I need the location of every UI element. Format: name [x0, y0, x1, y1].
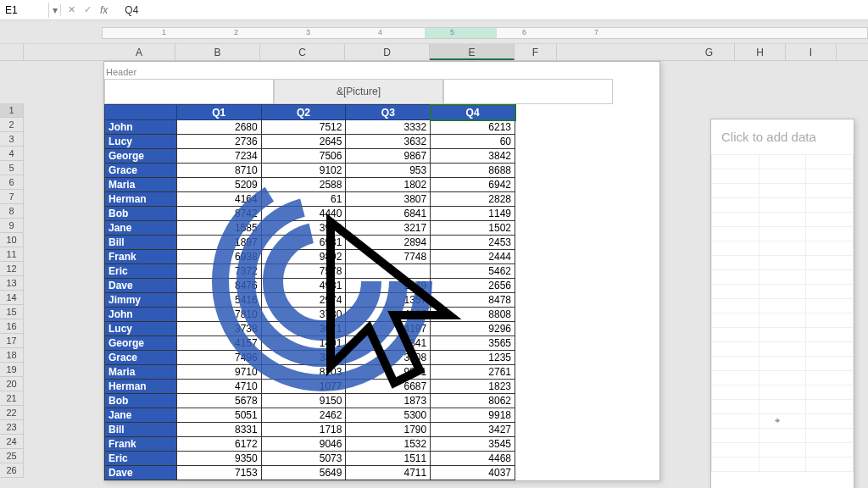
data-cell[interactable]: 3565	[431, 336, 515, 351]
row-name-cell[interactable]: Eric	[105, 452, 177, 466]
table-row[interactable]: Maria9710820399012761	[105, 365, 515, 380]
data-cell[interactable]: 3780	[261, 308, 346, 322]
data-cell[interactable]: 4710	[176, 380, 261, 394]
data-cell[interactable]: 9918	[431, 408, 515, 423]
data-cell[interactable]: 5300	[346, 408, 431, 423]
table-row[interactable]: Bill8331171817903427	[105, 423, 515, 437]
row-header[interactable]: 25	[0, 449, 24, 463]
col-header-a[interactable]: A	[103, 44, 175, 60]
table-row[interactable]: Bill1897693128942453	[105, 236, 515, 250]
data-cell[interactable]: 9901	[346, 365, 431, 380]
data-cell[interactable]: 4711	[346, 466, 431, 480]
data-cell[interactable]: 4981	[261, 279, 346, 293]
data-cell[interactable]: 9350	[176, 452, 261, 466]
row-name-cell[interactable]: Dave	[105, 279, 177, 293]
data-cell[interactable]	[346, 264, 431, 279]
data-cell[interactable]: 1585	[176, 221, 261, 236]
header-right[interactable]	[443, 79, 613, 104]
data-cell[interactable]: 4197	[346, 322, 431, 336]
col-header-e[interactable]: E	[430, 44, 515, 60]
data-cell[interactable]: 1235	[431, 351, 515, 365]
data-cell[interactable]: 7748	[346, 250, 431, 264]
data-cell[interactable]: 3545	[431, 437, 515, 452]
col-header-h[interactable]: H	[735, 44, 786, 60]
data-cell[interactable]: 2453	[431, 236, 515, 250]
row-header[interactable]: 15	[0, 305, 24, 319]
header-left[interactable]	[104, 79, 274, 104]
data-cell[interactable]: 8710	[176, 164, 261, 178]
data-cell[interactable]: 6841	[346, 207, 431, 221]
table-row[interactable]: Grace871091029538688	[105, 164, 515, 178]
table-row[interactable]: Herman4710107766871823	[105, 380, 515, 394]
row-header[interactable]: 26	[0, 463, 24, 478]
data-cell[interactable]: 2974	[261, 293, 346, 308]
data-cell[interactable]: 8476	[176, 279, 261, 293]
table-row[interactable]: Dave8476498128492656	[105, 279, 515, 293]
data-cell[interactable]: 8331	[176, 423, 261, 437]
data-cell[interactable]: 3217	[346, 221, 431, 236]
row-header[interactable]: 13	[0, 276, 24, 291]
row-header[interactable]: 14	[0, 291, 24, 305]
row-name-cell[interactable]: Jane	[105, 408, 177, 423]
enter-icon[interactable]: ✓	[84, 4, 92, 15]
table-row[interactable]: Bob8742444068411149	[105, 207, 515, 221]
data-cell[interactable]: 3332	[346, 120, 431, 135]
data-cell[interactable]: 2444	[431, 250, 515, 264]
data-cell[interactable]: 4195	[346, 308, 431, 322]
row-name-cell[interactable]: Herman	[105, 192, 177, 207]
data-cell[interactable]: 2736	[176, 135, 261, 149]
data-cell[interactable]: 61	[261, 192, 346, 207]
row-header[interactable]: 1	[0, 103, 24, 118]
data-cell[interactable]: 4164	[176, 192, 261, 207]
data-cell[interactable]: 8062	[431, 394, 515, 408]
table-row[interactable]: Bob5678915018738062	[105, 394, 515, 408]
data-cell[interactable]: 3856	[261, 351, 346, 365]
row-name-cell[interactable]: George	[105, 149, 177, 164]
data-cell[interactable]: 6938	[176, 250, 261, 264]
data-cell[interactable]: 3071	[261, 322, 346, 336]
data-cell[interactable]: 8203	[261, 365, 346, 380]
table-header[interactable]: Q3	[346, 105, 431, 120]
data-cell[interactable]: 1511	[346, 452, 431, 466]
table-row[interactable]: Eric737275785462	[105, 264, 515, 279]
row-name-cell[interactable]: Maria	[105, 178, 177, 192]
data-cell[interactable]: 7578	[261, 264, 346, 279]
data-cell[interactable]: 6172	[176, 437, 261, 452]
data-cell[interactable]: 4157	[176, 336, 261, 351]
row-header[interactable]: 9	[0, 219, 24, 233]
row-name-cell[interactable]: George	[105, 336, 177, 351]
data-cell[interactable]: 9710	[176, 365, 261, 380]
table-row[interactable]: Maria5209258818026942	[105, 178, 515, 192]
data-cell[interactable]: 2645	[261, 135, 346, 149]
table-header[interactable]	[105, 105, 177, 120]
row-name-cell[interactable]: Jimmy	[105, 293, 177, 308]
row-header[interactable]: 20	[0, 377, 24, 391]
data-cell[interactable]: 1401	[261, 336, 346, 351]
row-header[interactable]: 4	[0, 147, 24, 161]
col-header-g[interactable]: G	[684, 44, 735, 60]
data-cell[interactable]: 2849	[346, 279, 431, 293]
row-name-cell[interactable]: Lucy	[105, 135, 177, 149]
row-header[interactable]: 6	[0, 175, 24, 190]
row-name-cell[interactable]: Frank	[105, 250, 177, 264]
row-name-cell[interactable]: Grace	[105, 351, 177, 365]
data-cell[interactable]: 6213	[431, 120, 515, 135]
data-cell[interactable]: 1341	[346, 336, 431, 351]
data-cell[interactable]: 1802	[346, 178, 431, 192]
row-header[interactable]: 12	[0, 262, 24, 276]
data-cell[interactable]: 5678	[176, 394, 261, 408]
row-name-cell[interactable]: Herman	[105, 380, 177, 394]
table-row[interactable]: John2680751233326213	[105, 120, 515, 135]
table-row[interactable]: Herman41646138072828	[105, 192, 515, 207]
row-header[interactable]: 24	[0, 435, 24, 449]
row-header[interactable]: 2	[0, 118, 24, 132]
data-cell[interactable]: 5051	[176, 408, 261, 423]
data-cell[interactable]: 953	[346, 164, 431, 178]
row-header[interactable]: 21	[0, 391, 24, 406]
data-cell[interactable]: 2462	[261, 408, 346, 423]
table-row[interactable]: Frank6172904615323545	[105, 437, 515, 452]
row-name-cell[interactable]: Bill	[105, 423, 177, 437]
data-cell[interactable]: 4468	[431, 452, 515, 466]
cancel-icon[interactable]: ✕	[68, 4, 75, 15]
data-cell[interactable]: 7496	[176, 351, 261, 365]
